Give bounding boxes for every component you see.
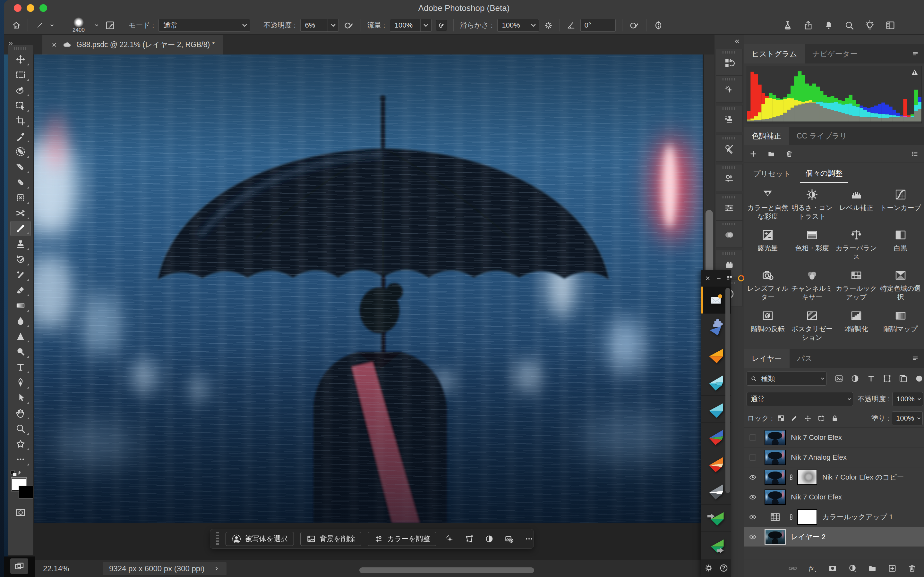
adjustment-lut[interactable]: カラールックアップ (835, 269, 878, 301)
dock-spark-panel-button[interactable] (716, 76, 743, 103)
subtab-presets[interactable]: プリセット (747, 164, 796, 183)
subtab-single-adjustments[interactable]: 個々の調整 (800, 164, 849, 183)
dock-tools-panel-button[interactable] (716, 135, 743, 161)
visibility-eye-icon[interactable] (744, 467, 761, 487)
mixer-brush-tool[interactable] (10, 267, 31, 282)
layer-thumbnail[interactable] (764, 430, 786, 445)
filter-smart-objects-icon[interactable] (898, 374, 908, 384)
adjustment-gradmap[interactable]: 階調マップ (879, 309, 922, 342)
delete-trash-icon[interactable] (785, 150, 793, 158)
layer-filter-select[interactable]: 種類 (746, 372, 827, 386)
selection-brush-tool[interactable] (10, 82, 31, 98)
visibility-empty-box[interactable] (744, 448, 761, 467)
path-selection-tool[interactable] (10, 390, 31, 406)
brush-tool[interactable] (10, 221, 31, 236)
lock-artboard-icon[interactable] (817, 414, 825, 422)
toolbox-grip[interactable] (14, 47, 27, 50)
blur-tool[interactable] (10, 313, 31, 329)
crop-tool[interactable] (10, 113, 31, 129)
brush-settings-panel-icon[interactable] (105, 20, 115, 31)
nik-last-filter-button[interactable] (701, 532, 731, 559)
adjustment-bright[interactable]: 明るさ・コントラスト (790, 188, 834, 221)
background-color-swatch[interactable] (19, 486, 33, 498)
spot-healing-tool[interactable] (10, 159, 31, 175)
screen-mode-button[interactable] (10, 558, 28, 574)
opacity-select[interactable]: 6% (300, 19, 339, 32)
layer-fill-field[interactable]: 100% (892, 411, 923, 425)
layer-row[interactable]: Nik 7 Color Efex (744, 428, 924, 448)
lock-pixels-icon[interactable] (790, 414, 798, 422)
layer-row[interactable]: レイヤー 2 (744, 527, 924, 547)
layer-style-fx-icon[interactable]: fx (808, 564, 817, 573)
dock-clone-panel-button[interactable] (716, 105, 743, 132)
marquee-tool[interactable] (10, 67, 31, 82)
histogram-warning-icon[interactable] (911, 68, 919, 76)
layer-mask-thumbnail[interactable] (797, 509, 817, 525)
adjustment-lens[interactable]: レンズフィルター (746, 269, 790, 301)
chevron-down-icon[interactable] (93, 22, 100, 29)
layer-thumbnail[interactable] (764, 490, 786, 505)
zoom-level[interactable]: 22.14% (43, 564, 91, 573)
visibility-eye-icon[interactable] (744, 507, 761, 527)
nik-last-edit-button[interactable] (701, 504, 731, 532)
airbrush-toggle-icon[interactable] (436, 20, 447, 31)
remove-tool[interactable] (10, 144, 31, 159)
add-adjustment-icon[interactable] (749, 150, 758, 158)
edit-toolbar-tool[interactable] (10, 452, 31, 467)
adjustment-threshold[interactable]: 2階調化 (835, 309, 878, 342)
new-group-icon[interactable] (867, 564, 877, 573)
adjustment-selcolor[interactable]: 特定色域の選択 (879, 269, 922, 301)
lut-layer-icon[interactable] (764, 509, 786, 525)
delete-layer-icon[interactable] (907, 564, 917, 573)
layer-thumbnail[interactable] (764, 470, 786, 485)
add-mask-icon[interactable] (828, 564, 837, 573)
taskbar-wand-icon[interactable] (445, 534, 454, 544)
zoom-tool[interactable] (10, 421, 31, 436)
adjustment-huesat[interactable]: 色相・彩度 (790, 228, 834, 261)
taskbar-imgplus-icon[interactable] (504, 534, 514, 544)
filter-pixel-layers-icon[interactable] (834, 374, 844, 384)
layer-thumbnail[interactable] (764, 450, 786, 465)
symmetry-butterfly-icon[interactable] (653, 20, 664, 31)
adjustment-vibrance[interactable]: カラーと自然な彩度 (746, 188, 790, 221)
notifications-bell-icon[interactable] (823, 20, 834, 31)
home-icon[interactable] (11, 21, 21, 30)
expand-panels-icon[interactable] (732, 37, 740, 45)
taskbar-transform-icon[interactable] (465, 534, 474, 544)
layer-row[interactable]: Nik 7 Color Efex のコピー (744, 467, 924, 487)
share-icon[interactable] (803, 20, 814, 31)
patch-tool[interactable] (10, 190, 31, 205)
beta-feedback-flask-icon[interactable] (782, 20, 793, 31)
blend-mode-select[interactable]: 通常 (158, 19, 250, 32)
shape-star-tool[interactable] (10, 436, 31, 452)
panel-menu-icon[interactable] (911, 354, 919, 363)
taskbar-grip[interactable] (216, 532, 219, 546)
object-selection-tool[interactable] (10, 98, 31, 113)
layer-mask-link-icon[interactable] (788, 511, 795, 524)
dock-circ-panel-button[interactable] (716, 221, 743, 247)
new-adjustment-layer-icon[interactable] (848, 564, 857, 573)
layer-thumbnail[interactable] (764, 529, 786, 545)
dock-history-panel-button[interactable] (716, 49, 743, 76)
filter-shape-layers-icon[interactable] (882, 374, 892, 384)
smoothing-options-gear-icon[interactable] (543, 21, 553, 30)
discover-lightbulb-icon[interactable] (864, 20, 875, 31)
clone-stamp-tool[interactable] (10, 236, 31, 251)
adjustment-poster[interactable]: ポスタリゼーション (790, 309, 834, 342)
tab-paths[interactable]: パス (790, 349, 820, 368)
smoothing-select[interactable]: 100% (497, 19, 539, 32)
content-aware-move-tool[interactable] (10, 205, 31, 221)
visibility-eye-icon[interactable] (744, 487, 761, 507)
adjustment-levels[interactable]: レベル補正 (835, 188, 878, 221)
tab-histogram[interactable]: ヒストグラム (744, 44, 804, 63)
pressure-opacity-icon[interactable] (343, 20, 354, 31)
list-view-icon[interactable] (911, 150, 919, 158)
layer-opacity-field[interactable]: 100% (892, 392, 923, 406)
search-icon[interactable] (844, 20, 855, 31)
minimize-icon[interactable] (715, 275, 722, 282)
pressure-size-icon[interactable] (629, 20, 640, 31)
canvas-image[interactable] (34, 55, 703, 523)
gradient-tool[interactable] (10, 298, 31, 313)
nik-help-icon[interactable] (719, 563, 729, 573)
taskbar-half-icon[interactable] (485, 534, 494, 544)
